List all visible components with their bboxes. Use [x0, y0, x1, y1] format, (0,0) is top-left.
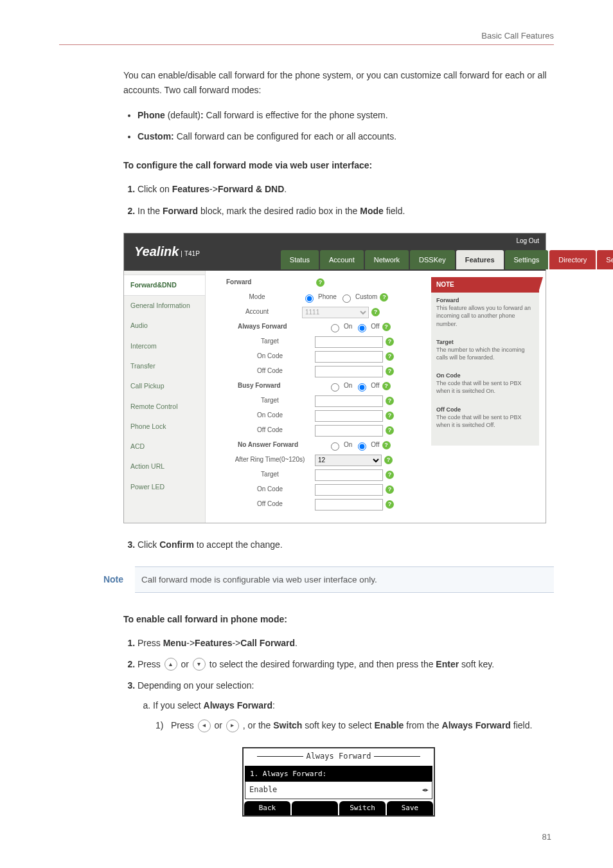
sidebar-item-phonelock[interactable]: Phone Lock: [124, 417, 205, 437]
select-afterring[interactable]: 12: [315, 455, 382, 466]
t: The code that will be sent to PBX when i…: [436, 414, 522, 428]
lcd-value: Enable: [249, 784, 277, 797]
help-icon[interactable]: ?: [380, 293, 388, 302]
tab-network[interactable]: Network: [365, 250, 409, 269]
t: Press: [171, 720, 197, 730]
tab-account[interactable]: Account: [320, 250, 364, 269]
heading-configure-forward-mode: To configure the call forward mode via w…: [123, 158, 554, 173]
label-target: Target: [212, 395, 315, 406]
tab-dsskey[interactable]: DSSKey: [410, 250, 455, 269]
help-icon[interactable]: ?: [386, 338, 394, 346]
input-busy-oncode[interactable]: [315, 410, 383, 422]
help-icon[interactable]: ?: [316, 278, 324, 287]
help-icon[interactable]: ?: [386, 471, 394, 479]
t: block, mark the desired radio box in the: [198, 206, 360, 216]
sidebar-item-callpickup[interactable]: Call Pickup: [124, 376, 205, 396]
help-icon[interactable]: ?: [386, 500, 394, 509]
sidebar-item-powerled[interactable]: Power LED: [124, 477, 205, 497]
help-icon[interactable]: ?: [386, 352, 394, 361]
tab-status[interactable]: Status: [281, 250, 319, 269]
radio-noanswer-off[interactable]: [358, 442, 366, 451]
softkey-switch[interactable]: Switch: [339, 801, 386, 815]
t: Always Forward: [204, 700, 272, 710]
running-header: Basic Call Features: [59, 31, 554, 45]
t: Off: [371, 440, 379, 451]
input-always-target[interactable]: [315, 336, 383, 348]
phone-step-1: Press Menu->Features->Call Forward.: [138, 636, 554, 651]
sidebar-item-acd[interactable]: ACD: [124, 437, 205, 457]
t: , or the: [240, 720, 273, 730]
note-panel: NOTE ForwardThis feature allows you to f…: [431, 277, 539, 514]
t: On: [344, 321, 352, 332]
label-offcode: Off Code: [212, 499, 315, 510]
radio-noanswer-on[interactable]: [331, 442, 339, 451]
input-noanswer-offcode[interactable]: [315, 499, 383, 511]
tab-settings[interactable]: Settings: [505, 250, 549, 269]
input-busy-target[interactable]: [315, 395, 383, 407]
help-icon[interactable]: ?: [386, 426, 394, 435]
help-icon[interactable]: ?: [382, 441, 391, 449]
sidebar-item-audio[interactable]: Audio: [124, 316, 205, 336]
t: from the: [404, 720, 441, 730]
input-always-oncode[interactable]: [315, 351, 383, 363]
t: Forward & DND: [218, 184, 284, 194]
help-icon[interactable]: ?: [386, 485, 394, 494]
phone-step-3a-1: Press ◂ or ▸ , or the Switch soft key to…: [171, 718, 554, 733]
softkey-back[interactable]: Back: [244, 801, 290, 815]
help-icon[interactable]: ?: [386, 411, 394, 420]
t: Press: [138, 659, 163, 669]
softkey-save[interactable]: Save: [387, 801, 433, 815]
steps-configure: Click on Features->Forward & DND. In the…: [123, 182, 554, 218]
label-target: Target: [212, 469, 315, 480]
note-box: Call forward mode is configurable via we…: [135, 566, 554, 593]
top-tabs: Status Account Network DSSKey Features S…: [281, 250, 613, 269]
step-3: Click Confirm to accept the change.: [138, 538, 554, 552]
tab-directory[interactable]: Directory: [549, 250, 596, 269]
brand-logo: Yealink|T41P: [124, 241, 200, 262]
radio-always-on[interactable]: [331, 324, 339, 332]
label-busy-forward: Busy Forward: [212, 381, 328, 392]
t: Call Forward: [240, 638, 295, 648]
webui-screenshot: Yealink|T41P Log Out Status Account Netw…: [123, 233, 546, 523]
t: Press: [138, 638, 163, 648]
sidebar-item-transfer[interactable]: Transfer: [124, 356, 205, 376]
radio-busy-on[interactable]: [331, 383, 339, 392]
radio-mode-phone[interactable]: [305, 294, 314, 303]
label-forward: Forward: [212, 277, 316, 288]
sidebar-item-actionurl[interactable]: Action URL: [124, 457, 205, 476]
label-offcode: Off Code: [212, 366, 315, 377]
mode-bullet-list: Phone (default): Call forward is effecti…: [123, 108, 554, 144]
help-icon[interactable]: ?: [382, 382, 391, 390]
select-account[interactable]: 1111: [302, 307, 369, 318]
help-icon[interactable]: ?: [371, 308, 380, 316]
radio-mode-custom[interactable]: [342, 294, 351, 303]
webui-header: Yealink|T41P Log Out Status Account Netw…: [124, 233, 546, 271]
help-icon[interactable]: ?: [382, 323, 391, 331]
t: ->: [209, 184, 218, 194]
help-icon[interactable]: ?: [384, 456, 393, 464]
tab-features[interactable]: Features: [456, 250, 504, 269]
input-noanswer-oncode[interactable]: [315, 484, 383, 496]
radio-always-off[interactable]: [358, 324, 366, 332]
sidebar-item-forward-dnd[interactable]: Forward&DND: [124, 275, 205, 296]
sidebar-item-general[interactable]: General Information: [124, 296, 205, 316]
t: field.: [384, 206, 405, 216]
t: On: [344, 440, 352, 451]
sidebar-item-remote[interactable]: Remote Control: [124, 397, 205, 417]
t: Switch: [273, 720, 302, 730]
t: ->: [232, 638, 240, 648]
label-noanswer-forward: No Answer Forward: [212, 440, 328, 451]
t: Menu: [163, 638, 187, 648]
radio-busy-off[interactable]: [358, 383, 366, 392]
t: Enable: [374, 720, 404, 730]
help-icon[interactable]: ?: [386, 397, 394, 405]
input-always-offcode[interactable]: [315, 366, 383, 377]
logout-link[interactable]: Log Out: [516, 236, 539, 247]
input-noanswer-target[interactable]: [315, 469, 383, 481]
t: Phone: [318, 292, 337, 303]
help-icon[interactable]: ?: [386, 367, 394, 375]
label-oncode: On Code: [212, 484, 315, 495]
sidebar-item-intercom[interactable]: Intercom: [124, 336, 205, 356]
tab-security[interactable]: Security: [597, 250, 613, 269]
input-busy-offcode[interactable]: [315, 425, 383, 437]
